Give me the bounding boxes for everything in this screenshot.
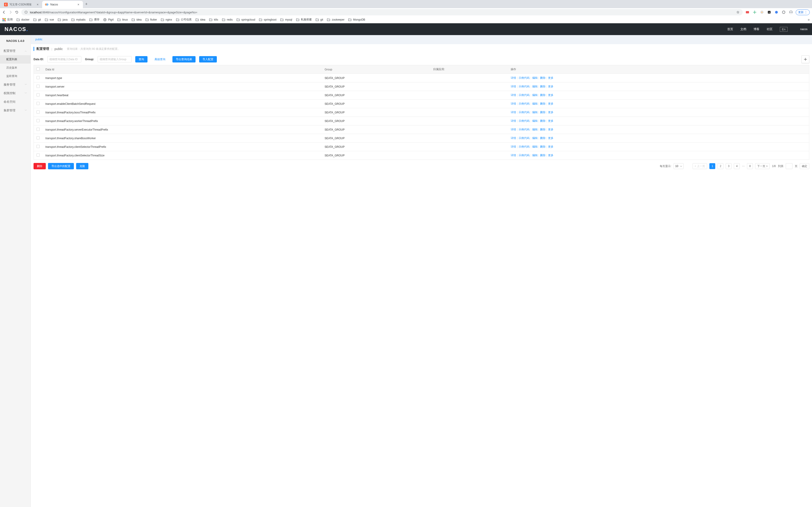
browser-tab[interactable]: C 写文章-CSDN博客 ×: [1, 1, 42, 8]
goto-confirm-button[interactable]: 确定: [800, 163, 809, 169]
row-op-link[interactable]: 更多: [548, 128, 554, 131]
bookmark-item[interactable]: mysql: [280, 18, 292, 21]
row-op-link[interactable]: 更多: [548, 85, 554, 88]
bookmark-overflow[interactable]: »: [808, 18, 810, 22]
bookmark-item[interactable]: 私服搭建: [296, 18, 312, 21]
row-op-link[interactable]: 编辑: [532, 128, 538, 131]
row-checkbox[interactable]: [37, 93, 40, 97]
row-op-link[interactable]: 详情: [511, 85, 516, 88]
bookmark-item[interactable]: flutter: [145, 18, 157, 21]
row-op-link[interactable]: 示例代码: [519, 154, 529, 157]
sidebar-item[interactable]: 监听查询: [0, 72, 31, 80]
bookmark-item[interactable]: java: [58, 18, 67, 21]
bookmark-item[interactable]: linux: [117, 18, 128, 21]
last-page-button[interactable]: 8: [747, 163, 753, 169]
row-op-link[interactable]: 删除: [540, 85, 546, 88]
add-config-button[interactable]: [802, 55, 809, 63]
star-icon[interactable]: [736, 11, 740, 14]
bookmark-item[interactable]: git: [315, 18, 323, 21]
sidebar-group[interactable]: 服务管理﹀: [0, 80, 31, 89]
bookmark-item[interactable]: k8s: [209, 18, 218, 21]
row-op-link[interactable]: 编辑: [532, 136, 538, 139]
next-page-button[interactable]: 下一页: [755, 163, 770, 169]
sidebar-group[interactable]: 配置管理︿: [0, 47, 31, 55]
page-2-button[interactable]: 2: [717, 163, 723, 169]
row-op-link[interactable]: 详情: [511, 145, 516, 148]
sidebar-group[interactable]: 权限控制﹀: [0, 89, 31, 98]
row-op-link[interactable]: 示例代码: [519, 128, 529, 131]
bookmark-item[interactable]: redis: [222, 18, 233, 21]
extension-icon[interactable]: [753, 10, 757, 14]
row-op-link[interactable]: 编辑: [532, 111, 538, 114]
nav-home[interactable]: 首页: [727, 27, 733, 31]
row-op-link[interactable]: 删除: [540, 111, 546, 114]
update-button[interactable]: 更新 ⋮: [796, 9, 810, 15]
dataid-input[interactable]: [47, 56, 81, 62]
sidebar-group[interactable]: 集群管理﹀: [0, 106, 31, 115]
bookmark-item[interactable]: 缓存: [89, 18, 99, 21]
row-checkbox[interactable]: [37, 136, 40, 139]
row-op-link[interactable]: 删除: [540, 119, 546, 122]
row-op-link[interactable]: 详情: [511, 154, 516, 157]
row-op-link[interactable]: 示例代码: [519, 85, 529, 88]
close-icon[interactable]: ×: [77, 3, 80, 6]
row-op-link[interactable]: 详情: [511, 111, 516, 114]
row-op-link[interactable]: 示例代码: [519, 136, 529, 139]
nav-docs[interactable]: 文档: [741, 27, 746, 31]
row-op-link[interactable]: 更多: [548, 76, 554, 79]
row-op-link[interactable]: 更多: [548, 145, 554, 148]
bookmark-item[interactable]: zookeeper: [327, 18, 344, 21]
address-bar[interactable]: localhost:8848/nacos/#/configurationMana…: [21, 9, 743, 15]
row-op-link[interactable]: 示例代码: [519, 76, 529, 79]
row-checkbox[interactable]: [37, 145, 40, 148]
row-op-link[interactable]: 删除: [540, 102, 546, 105]
profile-icon[interactable]: [789, 10, 793, 14]
browser-tab[interactable]: Nacos ×: [42, 1, 83, 8]
row-checkbox[interactable]: [37, 84, 40, 88]
row-op-link[interactable]: 示例代码: [519, 119, 529, 122]
row-checkbox[interactable]: [37, 102, 40, 105]
row-op-link[interactable]: 删除: [540, 76, 546, 79]
row-op-link[interactable]: 示例代码: [519, 102, 529, 105]
row-op-link[interactable]: 详情: [511, 102, 516, 105]
row-checkbox[interactable]: [37, 154, 40, 157]
row-op-link[interactable]: 编辑: [532, 119, 538, 122]
page-3-button[interactable]: 3: [726, 163, 731, 169]
row-op-link[interactable]: 删除: [540, 94, 546, 97]
page-4-button[interactable]: 4: [734, 163, 740, 169]
nav-blog[interactable]: 博客: [754, 27, 759, 31]
sidebar-group[interactable]: 命名空间: [0, 98, 31, 106]
language-toggle[interactable]: En: [780, 27, 788, 32]
bookmark-item[interactable]: vue: [45, 18, 54, 21]
goto-page-input[interactable]: [786, 163, 793, 169]
row-checkbox[interactable]: [37, 128, 40, 131]
bookmark-item[interactable]: springboot: [259, 18, 276, 21]
bookmark-item[interactable]: springcloud: [236, 18, 255, 21]
close-icon[interactable]: ×: [36, 3, 39, 6]
row-op-link[interactable]: 删除: [540, 128, 546, 131]
row-op-link[interactable]: 更多: [548, 111, 554, 114]
export-selected-button[interactable]: 导出选中的配置: [48, 163, 74, 169]
bookmark-item[interactable]: MongoDB: [348, 18, 365, 21]
export-results-button[interactable]: 导出查询结果: [172, 56, 196, 62]
nacos-logo[interactable]: NACS.: [5, 26, 28, 33]
row-op-link[interactable]: 编辑: [532, 85, 538, 88]
bookmark-item[interactable]: mybatis: [71, 18, 86, 21]
forward-button[interactable]: [9, 10, 12, 14]
row-op-link[interactable]: 示例代码: [519, 94, 529, 97]
row-op-link[interactable]: 编辑: [532, 76, 538, 79]
row-op-link[interactable]: 更多: [548, 119, 554, 122]
query-button[interactable]: 查询: [135, 56, 148, 62]
bookmark-item[interactable]: 应用: [2, 18, 13, 21]
back-button[interactable]: [2, 10, 6, 14]
bookmark-item[interactable]: docker: [16, 18, 30, 21]
row-op-link[interactable]: 更多: [548, 102, 554, 105]
bookmark-item[interactable]: git: [33, 18, 41, 21]
row-op-link[interactable]: 更多: [548, 154, 554, 157]
delete-button[interactable]: 删除: [34, 163, 46, 169]
row-checkbox[interactable]: [37, 119, 40, 122]
nav-community[interactable]: 社区: [767, 27, 773, 31]
import-config-button[interactable]: 导入配置: [199, 56, 217, 62]
row-op-link[interactable]: 详情: [511, 128, 516, 131]
bookmark-item[interactable]: idea: [132, 18, 142, 21]
